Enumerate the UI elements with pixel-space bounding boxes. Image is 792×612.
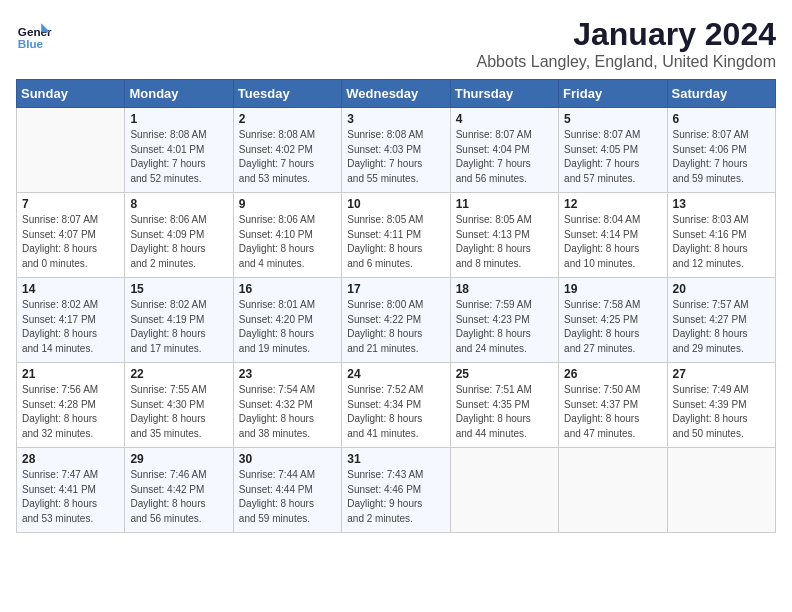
day-cell — [450, 448, 558, 533]
calendar-header-row: SundayMondayTuesdayWednesdayThursdayFrid… — [17, 80, 776, 108]
day-cell: 17Sunrise: 8:00 AM Sunset: 4:22 PM Dayli… — [342, 278, 450, 363]
day-cell: 27Sunrise: 7:49 AM Sunset: 4:39 PM Dayli… — [667, 363, 775, 448]
day-number: 2 — [239, 112, 336, 126]
logo-icon: General Blue — [16, 16, 52, 52]
location-subtitle: Abbots Langley, England, United Kingdom — [477, 53, 776, 71]
day-info: Sunrise: 7:46 AM Sunset: 4:42 PM Dayligh… — [130, 468, 227, 526]
day-cell: 13Sunrise: 8:03 AM Sunset: 4:16 PM Dayli… — [667, 193, 775, 278]
day-number: 3 — [347, 112, 444, 126]
day-number: 19 — [564, 282, 661, 296]
title-block: January 2024 Abbots Langley, England, Un… — [477, 16, 776, 71]
day-number: 1 — [130, 112, 227, 126]
day-cell: 5Sunrise: 8:07 AM Sunset: 4:05 PM Daylig… — [559, 108, 667, 193]
day-info: Sunrise: 7:50 AM Sunset: 4:37 PM Dayligh… — [564, 383, 661, 441]
day-number: 8 — [130, 197, 227, 211]
day-cell: 29Sunrise: 7:46 AM Sunset: 4:42 PM Dayli… — [125, 448, 233, 533]
day-info: Sunrise: 7:56 AM Sunset: 4:28 PM Dayligh… — [22, 383, 119, 441]
day-cell: 8Sunrise: 8:06 AM Sunset: 4:09 PM Daylig… — [125, 193, 233, 278]
day-info: Sunrise: 7:49 AM Sunset: 4:39 PM Dayligh… — [673, 383, 770, 441]
day-number: 6 — [673, 112, 770, 126]
day-number: 23 — [239, 367, 336, 381]
day-number: 7 — [22, 197, 119, 211]
day-info: Sunrise: 8:07 AM Sunset: 4:04 PM Dayligh… — [456, 128, 553, 186]
day-number: 25 — [456, 367, 553, 381]
day-info: Sunrise: 8:08 AM Sunset: 4:03 PM Dayligh… — [347, 128, 444, 186]
day-info: Sunrise: 7:44 AM Sunset: 4:44 PM Dayligh… — [239, 468, 336, 526]
day-cell: 3Sunrise: 8:08 AM Sunset: 4:03 PM Daylig… — [342, 108, 450, 193]
week-row-4: 21Sunrise: 7:56 AM Sunset: 4:28 PM Dayli… — [17, 363, 776, 448]
day-cell: 30Sunrise: 7:44 AM Sunset: 4:44 PM Dayli… — [233, 448, 341, 533]
day-number: 13 — [673, 197, 770, 211]
day-info: Sunrise: 7:59 AM Sunset: 4:23 PM Dayligh… — [456, 298, 553, 356]
day-info: Sunrise: 8:08 AM Sunset: 4:02 PM Dayligh… — [239, 128, 336, 186]
day-number: 9 — [239, 197, 336, 211]
header-friday: Friday — [559, 80, 667, 108]
day-number: 5 — [564, 112, 661, 126]
day-info: Sunrise: 8:00 AM Sunset: 4:22 PM Dayligh… — [347, 298, 444, 356]
header-wednesday: Wednesday — [342, 80, 450, 108]
day-info: Sunrise: 7:55 AM Sunset: 4:30 PM Dayligh… — [130, 383, 227, 441]
day-cell: 31Sunrise: 7:43 AM Sunset: 4:46 PM Dayli… — [342, 448, 450, 533]
day-number: 14 — [22, 282, 119, 296]
day-cell: 25Sunrise: 7:51 AM Sunset: 4:35 PM Dayli… — [450, 363, 558, 448]
day-cell: 26Sunrise: 7:50 AM Sunset: 4:37 PM Dayli… — [559, 363, 667, 448]
day-cell: 16Sunrise: 8:01 AM Sunset: 4:20 PM Dayli… — [233, 278, 341, 363]
day-cell — [667, 448, 775, 533]
week-row-3: 14Sunrise: 8:02 AM Sunset: 4:17 PM Dayli… — [17, 278, 776, 363]
calendar-body: 1Sunrise: 8:08 AM Sunset: 4:01 PM Daylig… — [17, 108, 776, 533]
day-info: Sunrise: 7:51 AM Sunset: 4:35 PM Dayligh… — [456, 383, 553, 441]
day-number: 10 — [347, 197, 444, 211]
day-cell: 19Sunrise: 7:58 AM Sunset: 4:25 PM Dayli… — [559, 278, 667, 363]
day-number: 16 — [239, 282, 336, 296]
day-number: 31 — [347, 452, 444, 466]
day-number: 30 — [239, 452, 336, 466]
day-cell: 18Sunrise: 7:59 AM Sunset: 4:23 PM Dayli… — [450, 278, 558, 363]
day-cell: 6Sunrise: 8:07 AM Sunset: 4:06 PM Daylig… — [667, 108, 775, 193]
day-number: 11 — [456, 197, 553, 211]
day-info: Sunrise: 8:05 AM Sunset: 4:11 PM Dayligh… — [347, 213, 444, 271]
day-info: Sunrise: 8:03 AM Sunset: 4:16 PM Dayligh… — [673, 213, 770, 271]
logo: General Blue — [16, 16, 52, 52]
day-cell: 21Sunrise: 7:56 AM Sunset: 4:28 PM Dayli… — [17, 363, 125, 448]
header-tuesday: Tuesday — [233, 80, 341, 108]
day-info: Sunrise: 8:05 AM Sunset: 4:13 PM Dayligh… — [456, 213, 553, 271]
day-info: Sunrise: 8:06 AM Sunset: 4:10 PM Dayligh… — [239, 213, 336, 271]
day-cell: 2Sunrise: 8:08 AM Sunset: 4:02 PM Daylig… — [233, 108, 341, 193]
svg-text:Blue: Blue — [18, 37, 44, 50]
day-number: 28 — [22, 452, 119, 466]
day-number: 4 — [456, 112, 553, 126]
day-info: Sunrise: 8:07 AM Sunset: 4:07 PM Dayligh… — [22, 213, 119, 271]
day-number: 18 — [456, 282, 553, 296]
day-cell: 24Sunrise: 7:52 AM Sunset: 4:34 PM Dayli… — [342, 363, 450, 448]
day-number: 21 — [22, 367, 119, 381]
day-info: Sunrise: 8:01 AM Sunset: 4:20 PM Dayligh… — [239, 298, 336, 356]
day-info: Sunrise: 8:07 AM Sunset: 4:06 PM Dayligh… — [673, 128, 770, 186]
day-cell: 28Sunrise: 7:47 AM Sunset: 4:41 PM Dayli… — [17, 448, 125, 533]
day-info: Sunrise: 8:07 AM Sunset: 4:05 PM Dayligh… — [564, 128, 661, 186]
day-cell: 22Sunrise: 7:55 AM Sunset: 4:30 PM Dayli… — [125, 363, 233, 448]
day-cell: 1Sunrise: 8:08 AM Sunset: 4:01 PM Daylig… — [125, 108, 233, 193]
day-number: 26 — [564, 367, 661, 381]
day-number: 29 — [130, 452, 227, 466]
day-cell: 14Sunrise: 8:02 AM Sunset: 4:17 PM Dayli… — [17, 278, 125, 363]
day-number: 17 — [347, 282, 444, 296]
day-cell: 20Sunrise: 7:57 AM Sunset: 4:27 PM Dayli… — [667, 278, 775, 363]
day-cell: 15Sunrise: 8:02 AM Sunset: 4:19 PM Dayli… — [125, 278, 233, 363]
week-row-2: 7Sunrise: 8:07 AM Sunset: 4:07 PM Daylig… — [17, 193, 776, 278]
day-cell: 12Sunrise: 8:04 AM Sunset: 4:14 PM Dayli… — [559, 193, 667, 278]
day-number: 12 — [564, 197, 661, 211]
day-cell — [17, 108, 125, 193]
header-thursday: Thursday — [450, 80, 558, 108]
week-row-1: 1Sunrise: 8:08 AM Sunset: 4:01 PM Daylig… — [17, 108, 776, 193]
day-cell: 4Sunrise: 8:07 AM Sunset: 4:04 PM Daylig… — [450, 108, 558, 193]
header-sunday: Sunday — [17, 80, 125, 108]
day-info: Sunrise: 8:02 AM Sunset: 4:19 PM Dayligh… — [130, 298, 227, 356]
day-info: Sunrise: 8:08 AM Sunset: 4:01 PM Dayligh… — [130, 128, 227, 186]
day-number: 24 — [347, 367, 444, 381]
day-number: 15 — [130, 282, 227, 296]
day-info: Sunrise: 8:06 AM Sunset: 4:09 PM Dayligh… — [130, 213, 227, 271]
day-number: 22 — [130, 367, 227, 381]
day-cell — [559, 448, 667, 533]
day-info: Sunrise: 7:47 AM Sunset: 4:41 PM Dayligh… — [22, 468, 119, 526]
day-cell: 23Sunrise: 7:54 AM Sunset: 4:32 PM Dayli… — [233, 363, 341, 448]
